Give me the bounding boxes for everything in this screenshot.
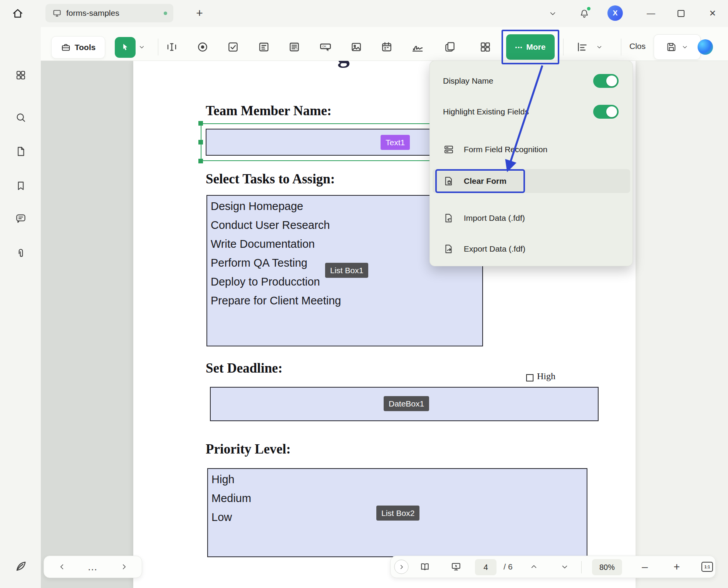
clear-form-row[interactable]: Clear Form xyxy=(439,173,623,190)
sidebar-pages-button[interactable] xyxy=(12,143,29,160)
high-checkbox[interactable] xyxy=(526,374,533,381)
select-tool-button[interactable] xyxy=(115,37,136,58)
align-fields-dropdown[interactable] xyxy=(594,38,605,56)
display-name-toggle[interactable] xyxy=(593,74,619,88)
checkbox-tool[interactable] xyxy=(224,38,242,56)
align-fields-tool[interactable] xyxy=(573,38,591,56)
cursor-icon xyxy=(120,42,130,52)
menu-item-export-data[interactable]: Export Data (.fdf) xyxy=(439,240,623,257)
import-data-label: Import Data (.fdf) xyxy=(464,213,525,223)
list-box-tool[interactable] xyxy=(285,38,303,56)
toolbar-divider xyxy=(563,39,564,55)
minimize-button[interactable]: — xyxy=(643,6,659,21)
list-box-icon xyxy=(288,41,300,53)
account-avatar[interactable]: X xyxy=(607,5,623,21)
push-button-tool[interactable]: OK xyxy=(317,38,334,56)
home-icon xyxy=(12,8,23,19)
radio-button-tool[interactable] xyxy=(194,38,211,56)
combo-box-tool[interactable] xyxy=(255,38,273,56)
selection-handle[interactable] xyxy=(198,140,203,144)
chevron-down-icon xyxy=(549,9,557,18)
menu-item-display-name[interactable]: Display Name xyxy=(439,72,623,89)
import-data-icon xyxy=(443,213,454,223)
chevron-down-icon[interactable] xyxy=(681,44,688,50)
grid-icon xyxy=(15,69,27,81)
app-logo-button[interactable] xyxy=(12,558,29,575)
highlight-fields-toggle[interactable] xyxy=(593,105,619,119)
expand-bar-button[interactable] xyxy=(394,560,409,574)
display-name-label: Display Name xyxy=(443,76,493,86)
sidebar-comments-button[interactable] xyxy=(12,210,29,227)
text1-badge: Text1 xyxy=(381,135,410,150)
menu-item-import-data[interactable]: Import Data (.fdf) xyxy=(439,210,623,227)
close-button[interactable]: ✕ xyxy=(705,6,720,21)
copy-fields-tool[interactable] xyxy=(441,38,459,56)
list-item[interactable]: Prepare for Client Meeting xyxy=(211,291,482,310)
page-down-button[interactable] xyxy=(560,563,569,571)
file-icon xyxy=(15,146,27,157)
unsaved-dot xyxy=(164,12,167,15)
select-tool-dropdown[interactable] xyxy=(136,38,148,56)
selection-handle[interactable] xyxy=(198,121,203,126)
menu-item-form-field-recognition[interactable]: Form Field Recognition xyxy=(439,141,623,158)
arrange-fields-tool[interactable] xyxy=(476,38,494,56)
toolbar-divider xyxy=(158,39,158,55)
page-total-label: / 6 xyxy=(503,562,512,571)
ai-assistant-button[interactable] xyxy=(698,39,713,55)
form-recognition-icon xyxy=(443,144,454,155)
presentation-mode-button[interactable] xyxy=(451,561,461,572)
chevron-left-icon xyxy=(58,563,66,571)
new-tab-button[interactable]: + xyxy=(192,5,207,21)
priority-label: Priority Level: xyxy=(206,442,291,457)
copy-fields-icon xyxy=(444,41,456,53)
zoom-in-button[interactable]: + xyxy=(674,561,680,573)
page-up-button[interactable] xyxy=(530,563,538,571)
next-page-button[interactable] xyxy=(120,563,128,571)
sidebar-bookmarks-button[interactable] xyxy=(12,177,29,194)
list-item[interactable]: Medium xyxy=(211,489,587,508)
page-number-input[interactable] xyxy=(475,559,497,575)
menu-item-highlight-fields[interactable]: Highlight Existing Fields xyxy=(439,103,623,120)
paperclip-icon xyxy=(15,247,27,259)
maximize-button[interactable] xyxy=(673,6,689,21)
previous-page-button[interactable] xyxy=(58,563,66,571)
tools-button[interactable]: Tools xyxy=(51,36,105,59)
deadline-label: Set Deadline: xyxy=(206,361,282,376)
more-label: More xyxy=(526,42,545,52)
more-button[interactable]: ••• More xyxy=(506,34,555,60)
save-icon[interactable] xyxy=(666,42,677,52)
high-checkbox-label: High xyxy=(537,371,555,381)
reading-mode-button[interactable] xyxy=(419,561,430,572)
image-field-tool[interactable] xyxy=(347,38,365,56)
toolbar: Tools xyxy=(41,27,728,61)
monitor-icon xyxy=(52,8,62,18)
zoom-level[interactable]: 80% xyxy=(592,559,622,575)
pager-more-button[interactable]: … xyxy=(87,561,98,573)
actual-size-button[interactable]: 1:1 xyxy=(701,562,713,572)
text-field-tool[interactable] xyxy=(163,38,181,56)
sidebar-attachments-button[interactable] xyxy=(12,245,29,262)
collapse-toolbar-button[interactable] xyxy=(545,6,560,21)
chevron-right-circle-icon xyxy=(394,560,409,574)
save-group xyxy=(654,34,701,60)
zoom-out-button[interactable]: – xyxy=(642,561,648,573)
sidebar-panels-button[interactable] xyxy=(12,67,29,84)
close-form-button[interactable]: Clos xyxy=(629,42,646,51)
close-icon: ✕ xyxy=(709,8,716,18)
date-field-tool[interactable] xyxy=(378,38,396,56)
home-button[interactable] xyxy=(8,4,27,23)
notification-dot xyxy=(587,7,590,10)
selection-handle[interactable] xyxy=(198,159,203,163)
more-dots-icon: ••• xyxy=(515,44,523,50)
document-tab[interactable]: forms-samples xyxy=(45,4,173,22)
tab-title: forms-samples xyxy=(66,8,119,18)
minimize-icon: — xyxy=(647,8,655,18)
notifications-button[interactable] xyxy=(577,6,592,21)
sidebar-search-button[interactable] xyxy=(12,109,29,126)
signature-field-tool[interactable] xyxy=(409,38,426,56)
more-dropdown-menu: Display Name Highlight Existing Fields F… xyxy=(429,60,633,266)
tasks-label: Select Tasks to Assign: xyxy=(206,171,335,187)
signature-icon xyxy=(411,40,424,54)
presentation-icon xyxy=(451,561,461,572)
list-item[interactable]: High xyxy=(211,470,587,489)
